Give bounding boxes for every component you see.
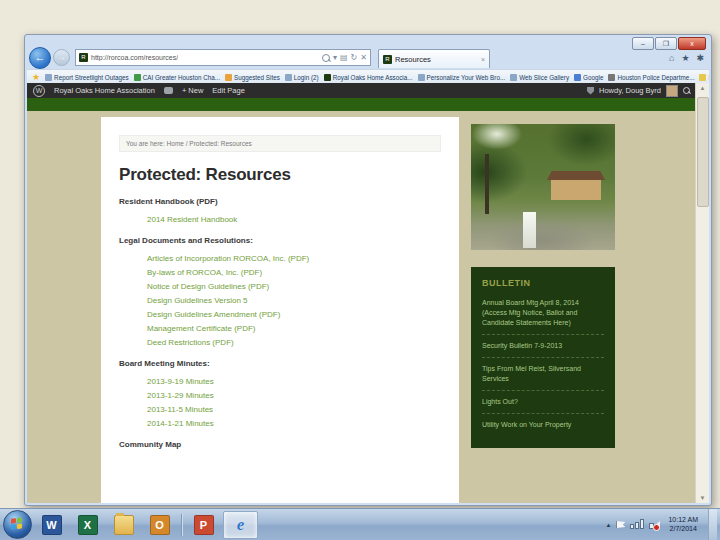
compatibility-icon[interactable]: ▤ — [340, 54, 348, 62]
pdf-link[interactable]: Notice of Design Guidelines (PDF) — [147, 282, 441, 291]
admin-bar-new-button[interactable]: + New — [182, 86, 203, 95]
bookmark-item[interactable]: CAI Greater Houston Cha... — [134, 74, 220, 81]
search-icon[interactable] — [322, 54, 330, 62]
pdf-link[interactable]: Design Guidelines Amendment (PDF) — [147, 310, 441, 319]
browser-navigation-bar: ← → R http://rorcoa.com/resources/ ▾ ▤ ↻… — [29, 47, 707, 68]
bookmark-favicon — [510, 74, 517, 81]
bulletin-link[interactable]: Utility Work on Your Property — [482, 414, 604, 436]
back-button[interactable]: ← — [29, 47, 51, 69]
bookmark-item[interactable]: Suggested Sites — [225, 74, 280, 81]
favorites-add-star-icon[interactable]: ★ — [32, 73, 40, 82]
bookmark-item[interactable]: Login (2) — [285, 74, 319, 81]
bookmark-favicon — [418, 74, 425, 81]
bulletin-link[interactable]: Security Bulletin 7-9-2013 — [482, 335, 604, 358]
pdf-link[interactable]: Design Guidelines Version 5 — [147, 296, 441, 305]
breadcrumb[interactable]: You are here: Home / Protected: Resource… — [119, 135, 441, 152]
bookmark-label: Misc ▾ — [708, 74, 709, 81]
bookmark-label: CAI Greater Houston Cha... — [143, 74, 220, 81]
tab-resources[interactable]: R Resources × — [378, 49, 490, 68]
home-icon[interactable]: ⌂ — [669, 53, 674, 63]
scrollbar-down-arrow[interactable]: ▼ — [700, 493, 706, 503]
show-desktop-button[interactable] — [708, 509, 717, 540]
powerpoint-taskbar-button[interactable]: P — [187, 512, 220, 538]
admin-bar-howdy[interactable]: Howdy, Doug Byrd — [599, 86, 661, 95]
bulletin-link[interactable]: Tips From Mel Reist, Silversand Services — [482, 358, 604, 391]
action-center-flag-icon[interactable] — [616, 521, 625, 528]
start-button[interactable] — [3, 510, 32, 539]
pdf-link[interactable]: Management Certificate (PDF) — [147, 324, 441, 333]
pdf-link[interactable]: Deed Restrictions (PDF) — [147, 338, 441, 347]
pdf-link[interactable]: 2014-1-21 Minutes — [147, 419, 441, 428]
wordpress-logo-icon[interactable]: W — [33, 85, 45, 97]
bookmark-label: Google — [583, 74, 603, 81]
close-button[interactable]: x — [678, 37, 706, 50]
section-heading: Board Meeting Minutes: — [119, 359, 441, 368]
link-group: Articles of Incorporation RORCOA, Inc. (… — [147, 254, 441, 347]
excel-icon: X — [78, 515, 98, 535]
pdf-link[interactable]: Articles of Incorporation RORCOA, Inc. (… — [147, 254, 441, 263]
ie-taskbar-button[interactable]: e — [223, 511, 258, 539]
browser-command-icons: ⌂★✱ — [669, 53, 704, 63]
refresh-icon[interactable]: ↻ — [351, 54, 358, 62]
outlook-taskbar-button[interactable]: O — [143, 512, 176, 538]
bookmark-item[interactable]: Misc ▾ — [699, 74, 709, 81]
pdf-link[interactable]: 2013-1-29 Minutes — [147, 391, 441, 400]
scrollbar-thumb[interactable] — [697, 97, 709, 207]
bulletin-link[interactable]: Annual Board Mtg April 8, 2014 (Access M… — [482, 292, 604, 335]
browser-window: – ❐ x ← → R http://rorcoa.com/resources/… — [24, 34, 712, 506]
explorer-taskbar-button[interactable] — [107, 512, 140, 538]
pdf-link[interactable]: 2013-11-5 Minutes — [147, 405, 441, 414]
bookmark-item[interactable]: Royal Oaks Home Associa... — [324, 74, 413, 81]
bookmark-favicon — [285, 74, 292, 81]
bookmark-item[interactable]: Houston Police Departme... — [608, 74, 694, 81]
admin-bar-edit-page-button[interactable]: Edit Page — [212, 86, 245, 95]
minimize-button[interactable]: – — [632, 37, 654, 50]
vertical-scrollbar[interactable]: ▲ ▼ — [695, 83, 709, 503]
ie-icon: e — [232, 516, 250, 534]
volume-icon[interactable] — [649, 521, 658, 529]
network-icon[interactable] — [630, 521, 644, 529]
community-photo — [471, 124, 615, 250]
word-taskbar-button[interactable]: W — [35, 512, 68, 538]
address-bar[interactable]: R http://rorcoa.com/resources/ ▾ ▤ ↻ ✕ — [75, 49, 371, 66]
section-heading: Community Map — [119, 440, 441, 449]
main-content-column: You are here: Home / Protected: Resource… — [101, 117, 459, 503]
pdf-link[interactable]: 2014 Resident Handbook — [147, 215, 441, 224]
address-bar-icons: ▾ ▤ ↻ ✕ — [322, 54, 367, 62]
user-avatar[interactable] — [666, 85, 678, 97]
tab-close-icon[interactable]: × — [481, 56, 485, 63]
bulletin-link[interactable]: Lights Out? — [482, 391, 604, 414]
bookmark-favicon — [324, 74, 331, 81]
url-text[interactable]: http://rorcoa.com/resources/ — [91, 54, 178, 61]
maximize-button[interactable]: ❐ — [655, 37, 677, 50]
comments-bubble-icon[interactable] — [164, 87, 173, 94]
photo-house — [551, 180, 601, 200]
link-group: 2014 Resident Handbook — [147, 215, 441, 224]
bookmark-item[interactable]: Personalize Your Web Bro... — [418, 74, 506, 81]
favorites-star-icon[interactable]: ★ — [681, 53, 689, 63]
photo-waterfall — [523, 212, 536, 248]
bookmark-item[interactable]: Report Streetlight Outages — [45, 74, 129, 81]
window-controls: – ❐ x — [632, 37, 706, 50]
section-heading: Legal Documents and Resolutions: — [119, 236, 441, 245]
pdf-link[interactable]: 2013-9-19 Minutes — [147, 377, 441, 386]
pdf-link[interactable]: By-laws of RORCOA, Inc. (PDF) — [147, 268, 441, 277]
follow-pin-icon[interactable] — [587, 87, 594, 95]
bookmark-label: Report Streetlight Outages — [54, 74, 129, 81]
admin-search-icon[interactable] — [683, 87, 690, 94]
excel-taskbar-button[interactable]: X — [71, 512, 104, 538]
bookmark-item[interactable]: Web Slice Gallery — [510, 74, 569, 81]
bookmark-favicon — [45, 74, 52, 81]
forward-button[interactable]: → — [53, 49, 70, 66]
bookmark-favicon — [225, 74, 232, 81]
stop-icon[interactable]: ✕ — [360, 54, 367, 62]
tools-gear-icon[interactable]: ✱ — [696, 53, 704, 63]
dropdown-caret-icon[interactable]: ▾ — [333, 54, 337, 62]
hidden-icons-chevron[interactable]: ▲ — [605, 522, 611, 528]
scrollbar-up-arrow[interactable]: ▲ — [700, 83, 706, 93]
bookmark-label: Web Slice Gallery — [519, 74, 569, 81]
taskbar-clock[interactable]: 10:12 AM 2/7/2014 — [663, 516, 703, 533]
admin-bar-site-name[interactable]: Royal Oaks Home Association — [54, 86, 155, 95]
bookmark-item[interactable]: Google — [574, 74, 603, 81]
bookmark-favicon — [608, 74, 615, 81]
